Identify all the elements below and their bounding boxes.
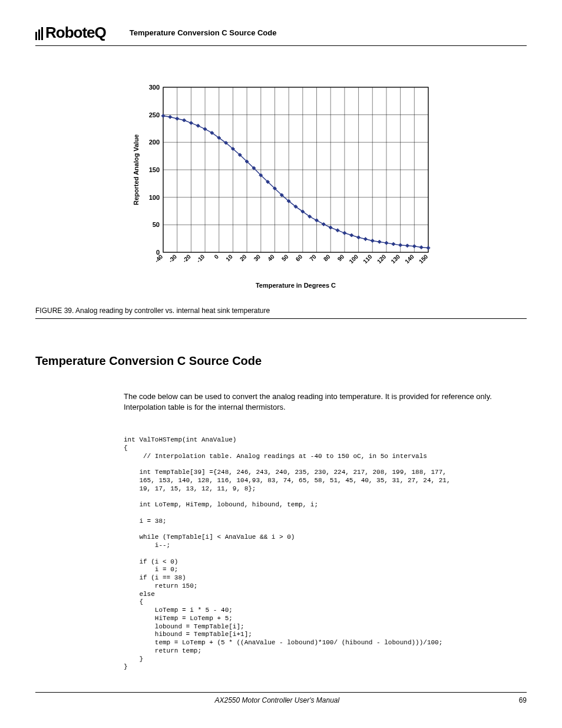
svg-text:250: 250 [149,111,160,118]
svg-text:150: 150 [149,166,160,173]
page-header: RoboteQ Temperature Conversion C Source … [35,24,527,46]
svg-text:90: 90 [336,253,346,262]
svg-text:100: 100 [149,194,160,201]
line-chart: 050100150200250300-40-30-20-100102030405… [128,81,434,294]
chart-container: 050100150200250300-40-30-20-100102030405… [35,81,527,296]
svg-text:110: 110 [362,253,373,265]
svg-text:-20: -20 [181,253,192,263]
svg-text:60: 60 [295,253,304,262]
section-body: The code below can be used to convert th… [124,391,527,413]
svg-text:300: 300 [149,84,160,91]
svg-text:30: 30 [253,253,262,262]
svg-text:0: 0 [213,253,220,260]
svg-text:20: 20 [239,253,248,262]
svg-text:-40: -40 [153,253,164,263]
svg-text:200: 200 [149,139,160,146]
svg-text:120: 120 [376,253,388,265]
section-title: Temperature Conversion C Source Code [35,354,527,368]
svg-text:150: 150 [418,253,429,265]
svg-text:-30: -30 [167,253,178,263]
svg-text:50: 50 [153,221,160,228]
header-title: Temperature Conversion C Source Code [130,28,527,37]
svg-text:70: 70 [308,253,318,262]
svg-text:40: 40 [266,253,276,262]
document-page: RoboteQ Temperature Conversion C Source … [0,0,562,728]
page-footer: AX2550 Motor Controller User's Manual 69 [35,692,527,704]
svg-text:-10: -10 [195,253,206,263]
svg-text:100: 100 [348,253,359,265]
logo-text: RoboteQ [45,24,106,42]
svg-text:130: 130 [389,253,401,265]
svg-text:80: 80 [322,253,332,262]
footer-manual-title: AX2550 Motor Controller User's Manual [35,696,519,704]
svg-text:140: 140 [404,253,415,265]
svg-text:50: 50 [280,253,290,262]
svg-text:10: 10 [224,253,234,262]
brand-logo: RoboteQ [35,24,106,42]
code-block: int ValToHSTemp(int AnaValue) { // Inter… [124,436,527,671]
footer-page-number: 69 [519,696,527,704]
logo-bars-icon [35,26,44,40]
svg-text:Reported Analog Value: Reported Analog Value [133,134,140,205]
figure-caption: FIGURE 39. Analog reading by controller … [35,302,527,319]
svg-text:Temperature in Degrees C: Temperature in Degrees C [256,282,336,289]
